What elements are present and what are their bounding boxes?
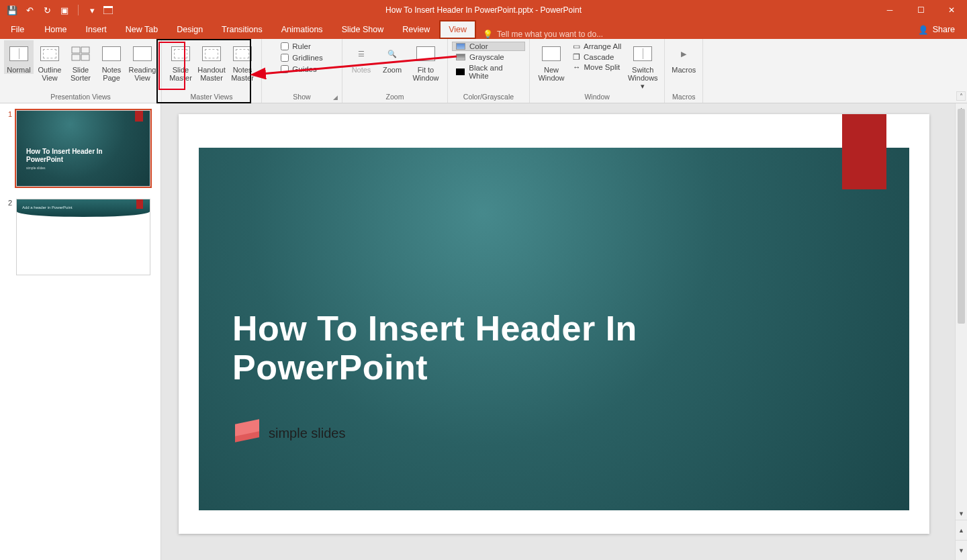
outline-view-button[interactable]: Outline View: [35, 40, 64, 82]
tab-slideshow[interactable]: Slide Show: [332, 20, 394, 39]
maximize-button[interactable]: ☐: [905, 0, 936, 20]
reading-view-icon: [132, 43, 153, 64]
new-window-icon: [541, 43, 562, 64]
svg-rect-3: [81, 47, 89, 53]
notes-label: Notes: [352, 66, 371, 74]
handout-master-label: Handout Master: [197, 66, 226, 82]
window-title: How To Insert Header In PowerPoint.pptx …: [385, 5, 582, 15]
black-white-button[interactable]: Black and White: [452, 63, 525, 81]
move-split-icon: ↔: [573, 63, 581, 71]
customize-qat-icon[interactable]: ▾: [87, 5, 97, 15]
handout-master-button[interactable]: Handout Master: [197, 40, 226, 82]
minimize-button[interactable]: ─: [874, 0, 905, 20]
show-dialog-launcher[interactable]: ◢: [333, 94, 340, 101]
save-icon[interactable]: 💾: [7, 5, 17, 15]
slide-canvas[interactable]: How To Insert Header In PowerPoint simpl…: [179, 114, 929, 534]
grayscale-button[interactable]: Grayscale: [452, 52, 525, 62]
group-label-color: Color/Grayscale: [463, 93, 514, 103]
scrollbar-thumb[interactable]: [958, 109, 965, 324]
tab-newtab[interactable]: New Tab: [116, 20, 167, 39]
slide-sorter-button[interactable]: Slide Sorter: [66, 40, 95, 82]
zoom-button[interactable]: 🔍 Zoom: [377, 40, 407, 74]
bw-swatch-icon: [456, 68, 465, 75]
slide-sorter-icon: [70, 43, 91, 64]
group-presentation-views: Normal Outline View Slide Sorter Notes P…: [0, 39, 162, 103]
tab-home[interactable]: Home: [35, 20, 76, 39]
slide-title[interactable]: How To Insert Header In PowerPoint: [232, 309, 743, 387]
thumb2-badge: [136, 199, 143, 209]
reading-view-button[interactable]: Reading View: [128, 40, 157, 82]
cascade-button[interactable]: ❐Cascade: [570, 52, 624, 62]
reading-view-label: Reading View: [128, 66, 157, 82]
guides-label: Guides: [292, 65, 316, 73]
slide-ribbon-badge: [842, 114, 886, 189]
normal-view-button[interactable]: Normal: [4, 40, 34, 74]
macros-label: Macros: [672, 66, 696, 74]
start-slideshow-icon[interactable]: ▣: [59, 5, 70, 15]
undo-icon[interactable]: ↶: [24, 5, 35, 15]
cascade-label: Cascade: [584, 53, 614, 61]
new-window-label: New Window: [534, 66, 569, 82]
gridlines-label: Gridlines: [292, 54, 322, 62]
thumb1-title: How To Insert Header In PowerPoint: [26, 148, 107, 164]
notes-page-icon: [101, 43, 122, 64]
collapse-ribbon-button[interactable]: ˄: [956, 91, 966, 101]
next-slide-button[interactable]: ▼: [956, 540, 967, 560]
slide-thumbnail-1[interactable]: How To Insert Header In PowerPoint simpl…: [16, 110, 150, 187]
share-button[interactable]: 👤 Share: [918, 20, 955, 39]
switch-windows-label: Switch Windows ▾: [625, 66, 660, 90]
tab-insert[interactable]: Insert: [77, 20, 116, 39]
group-label-master-views: Master Views: [191, 93, 233, 103]
group-zoom: ☰ Notes 🔍 Zoom Fit to Window Zoom: [342, 39, 448, 103]
normal-view-icon: [8, 43, 30, 64]
new-window-button[interactable]: New Window: [534, 40, 569, 82]
color-button[interactable]: Color: [452, 42, 525, 51]
tab-design[interactable]: Design: [167, 20, 212, 39]
tab-review[interactable]: Review: [393, 20, 439, 39]
ribbon-display-options-icon[interactable]: [97, 0, 119, 20]
notes-master-button[interactable]: Notes Master: [228, 40, 257, 82]
vertical-scrollbar[interactable]: ▲ ▼: [955, 103, 967, 520]
tab-transitions[interactable]: Transitions: [212, 20, 272, 39]
fit-window-icon: [415, 43, 436, 64]
slide-thumbnail-pane[interactable]: 1 How To Insert Header In PowerPoint sim…: [0, 103, 161, 560]
slide-logo-text: simple slides: [269, 426, 345, 441]
notes-master-icon: [232, 43, 253, 64]
scroll-down-button[interactable]: ▼: [956, 508, 967, 520]
tab-animations[interactable]: Animations: [272, 20, 332, 39]
color-label: Color: [469, 42, 488, 50]
tab-view[interactable]: View: [439, 20, 476, 39]
svg-rect-2: [72, 47, 80, 53]
switch-windows-button[interactable]: Switch Windows ▾: [625, 40, 660, 90]
ruler-checkbox[interactable]: Ruler: [281, 42, 322, 50]
thumb1-subtitle: simple slides: [26, 166, 46, 170]
guides-checkbox[interactable]: Guides: [281, 65, 322, 73]
group-label-window: Window: [584, 93, 609, 103]
group-show: Ruler Gridlines Guides Show ◢: [262, 39, 342, 103]
fit-to-window-button[interactable]: Fit to Window: [408, 40, 443, 82]
slide-master-button[interactable]: Slide Master: [166, 40, 195, 82]
redo-icon[interactable]: ↻: [42, 5, 52, 15]
gridlines-checkbox[interactable]: Gridlines: [281, 54, 322, 62]
title-bar: 💾 ↶ ↻ ▣ ▾ How To Insert Header In PowerP…: [0, 0, 967, 20]
tell-me[interactable]: 💡: [483, 30, 631, 39]
simple-slides-logo-icon: [232, 422, 262, 445]
move-split-button[interactable]: ↔Move Split: [570, 63, 624, 71]
normal-view-label: Normal: [7, 66, 30, 74]
notes-master-label: Notes Master: [228, 66, 257, 82]
tell-me-input[interactable]: [497, 30, 631, 39]
previous-slide-button[interactable]: ▲: [956, 520, 967, 540]
group-label-zoom: Zoom: [386, 93, 404, 103]
tab-file[interactable]: File: [0, 20, 35, 39]
bw-label: Black and White: [469, 64, 521, 80]
slide-thumbnail-2[interactable]: Add a header in PowerPoint: [16, 199, 150, 275]
outline-view-label: Outline View: [35, 66, 64, 82]
arrange-all-button[interactable]: ▭Arrange All: [570, 42, 624, 51]
notes-button[interactable]: ☰ Notes: [347, 40, 376, 74]
macros-button[interactable]: ▶ Macros: [669, 40, 698, 74]
thumb-number-2: 2: [5, 199, 12, 275]
group-label-presentation-views: Presentation Views: [50, 93, 111, 103]
share-icon: 👤: [918, 25, 929, 35]
close-button[interactable]: ✕: [936, 0, 967, 20]
notes-page-button[interactable]: Notes Page: [97, 40, 126, 82]
